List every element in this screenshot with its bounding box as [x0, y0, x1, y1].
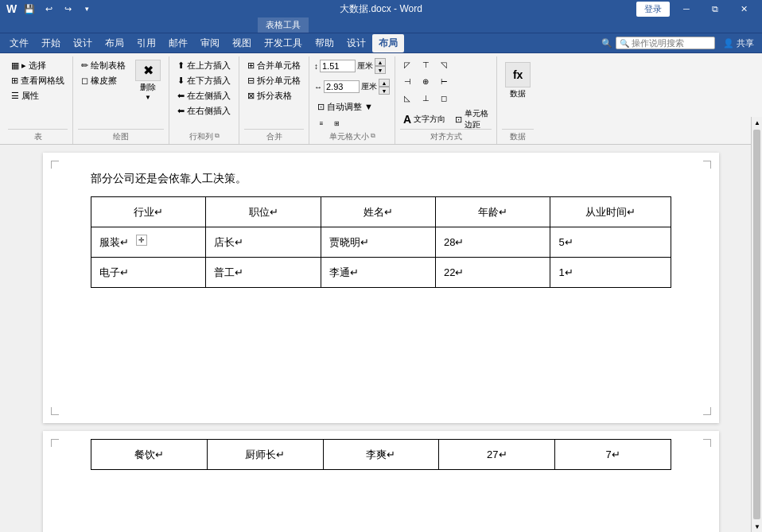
ribbon-search-box[interactable]: 🔍 — [616, 37, 715, 49]
row2-age[interactable]: 22↵ — [436, 258, 550, 288]
cell-width-down[interactable]: ▼ — [379, 87, 390, 95]
title-bar-right: 登录 ─ ⧉ ✕ — [636, 0, 756, 17]
customize-icon[interactable]: ▼ — [79, 1, 95, 17]
row2-position[interactable]: 普工↵ — [206, 258, 321, 288]
search-input[interactable] — [632, 38, 711, 48]
split-cells-button[interactable]: ⊟ 拆分单元格 — [244, 73, 304, 87]
page2-corner-tr — [703, 439, 711, 447]
insert-right-button[interactable]: ⬅ 在右侧插入 — [174, 103, 234, 118]
menu-table-layout[interactable]: 布局 — [372, 34, 404, 52]
row2-years[interactable]: 1↵ — [550, 258, 671, 288]
ribbon-group-data: fx 数据 数据 — [497, 56, 538, 144]
scroll-bar[interactable]: ▲ ▼ — [751, 117, 762, 532]
table-resize-handle[interactable] — [671, 244, 676, 260]
scroll-thumb[interactable] — [753, 130, 760, 519]
menu-review[interactable]: 审阅 — [194, 34, 226, 52]
share-button[interactable]: 👤 共享 — [718, 36, 759, 51]
align-br-button[interactable]: ◻ — [437, 91, 451, 104]
cell-height-down[interactable]: ▼ — [375, 66, 386, 74]
menu-mail[interactable]: 邮件 — [162, 34, 194, 52]
eraser-icon: ◻ — [81, 76, 88, 86]
row1-years[interactable]: 5↵ — [550, 227, 671, 258]
scroll-up-arrow[interactable]: ▲ — [752, 117, 762, 128]
cell-width-up[interactable]: ▲ — [379, 79, 390, 87]
delete-button[interactable]: ✖ 删除 ▼ — [132, 58, 164, 103]
align-bl-button[interactable]: ◺ — [400, 91, 414, 104]
document-title: 大数据.docx - Word — [340, 2, 422, 16]
merge-cells-button[interactable]: ⊞ 合并单元格 — [244, 58, 304, 72]
eraser-button[interactable]: ◻ 橡皮擦 — [78, 73, 129, 87]
row3-position[interactable]: 厨师长↵ — [207, 440, 323, 470]
ribbon-group-align: ◸ ⊤ ◹ ⊣ ⊕ ⊢ ◺ ⊥ ◻ A 文字方向 ⊡ — [395, 56, 497, 144]
distribute-rows-icon[interactable]: ≡ — [314, 117, 329, 130]
draw-table-button[interactable]: ✏ 绘制表格 — [78, 58, 129, 72]
group-draw-label: 绘图 — [78, 129, 164, 142]
row1-position[interactable]: 店长↵ — [206, 227, 321, 258]
align-ml-button[interactable]: ⊣ — [400, 75, 414, 87]
row3-industry[interactable]: 餐饮↵ — [91, 440, 208, 470]
cell-height-input[interactable] — [320, 60, 356, 72]
auto-fit-button[interactable]: ⊡ 自动调整 ▼ — [314, 99, 376, 114]
split-table-button[interactable]: ⊠ 拆分表格 — [244, 88, 304, 103]
close-button[interactable]: ✕ — [732, 0, 756, 17]
page-1: 部分公司还是会依靠人工决策。 ✛ 行业↵ 职位↵ 姓名↵ 年龄↵ 从业时间↵ 服… — [43, 153, 719, 423]
row1-age[interactable]: 28↵ — [436, 227, 550, 258]
properties-button[interactable]: ☰ 属性 — [8, 88, 68, 103]
row2-industry[interactable]: 电子↵ — [91, 258, 206, 288]
data-button[interactable]: fx 数据 — [502, 58, 534, 103]
table-move-handle[interactable]: ✛ — [136, 235, 147, 246]
row3-name[interactable]: 李爽↵ — [323, 440, 439, 470]
distribute-cols-icon[interactable]: ⊞ — [329, 117, 344, 130]
alignment-grid: ◸ ⊤ ◹ ⊣ ⊕ ⊢ ◺ ⊥ ◻ — [400, 58, 454, 107]
scroll-down-arrow[interactable]: ▼ — [752, 521, 762, 532]
login-button[interactable]: 登录 — [636, 2, 670, 17]
menu-file[interactable]: 文件 — [3, 34, 35, 52]
align-tr-button[interactable]: ◹ — [437, 58, 451, 71]
title-bar-left: W 💾 ↩ ↪ ▼ — [6, 1, 95, 17]
insert-left-button[interactable]: ⬅ 在左侧插入 — [174, 88, 234, 103]
row1-industry[interactable]: 服装↵ — [91, 227, 206, 258]
align-tc-button[interactable]: ⊤ — [418, 58, 433, 71]
cell-height-up[interactable]: ▲ — [375, 58, 386, 66]
insert-above-button[interactable]: ⬆ 在上方插入 — [174, 58, 234, 72]
menu-view[interactable]: 视图 — [226, 34, 258, 52]
row2-name[interactable]: 李通↵ — [321, 258, 435, 288]
insert-below-button[interactable]: ⬇ 在下方插入 — [174, 73, 234, 87]
menu-developer[interactable]: 开发工具 — [258, 34, 309, 52]
menu-home[interactable]: 开始 — [35, 34, 67, 52]
ribbon: ▦ ▸ 选择 ⊞ 查看网格线 ☰ 属性 表 — [0, 53, 762, 145]
view-gridlines-button[interactable]: ⊞ 查看网格线 — [8, 73, 68, 87]
align-tl-button[interactable]: ◸ — [400, 58, 414, 71]
menu-design[interactable]: 设计 — [67, 34, 99, 52]
delete-dropdown-icon: ▼ — [145, 94, 151, 101]
menu-reference[interactable]: 引用 — [130, 34, 162, 52]
ribbon-group-align-content: ◸ ⊤ ◹ ⊣ ⊕ ⊢ ◺ ⊥ ◻ A 文字方向 ⊡ — [400, 58, 492, 127]
row3-years[interactable]: 7↵ — [555, 440, 671, 470]
text-direction-button[interactable]: A 文字方向 — [400, 112, 449, 126]
row1-name[interactable]: 贾晓明↵ — [321, 227, 435, 258]
group-merge-label: 合并 — [244, 129, 304, 142]
cell-margin-button[interactable]: ⊡ 单元格边距 — [452, 112, 492, 126]
align-bc-button[interactable]: ⊥ — [418, 91, 433, 104]
cellsize-expand-icon[interactable]: ⧉ — [371, 132, 375, 140]
select-button[interactable]: ▦ ▸ 选择 — [8, 58, 68, 72]
align-mc-button[interactable]: ⊕ — [418, 75, 433, 87]
save-icon[interactable]: 💾 — [21, 1, 37, 17]
menu-layout[interactable]: 布局 — [99, 34, 130, 52]
restore-button[interactable]: ⧉ — [703, 0, 727, 17]
row3-age[interactable]: 27↵ — [439, 440, 555, 470]
cell-width-spinner: ▲ ▼ — [379, 79, 390, 95]
undo-icon[interactable]: ↩ — [41, 1, 56, 17]
data-icon: fx — [505, 62, 531, 87]
auto-fit-icon: ⊡ — [317, 102, 325, 112]
document-table-1: 行业↵ 职位↵ 姓名↵ 年龄↵ 从业时间↵ 服装↵ 店长↵ 贾晓明↵ 28↵ 5… — [91, 196, 671, 288]
rowcol-expand-icon[interactable]: ⧉ — [215, 132, 220, 140]
redo-icon[interactable]: ↪ — [60, 1, 76, 17]
menu-table-design[interactable]: 设计 — [340, 34, 372, 52]
menu-help[interactable]: 帮助 — [309, 34, 340, 52]
cell-height-icon: ↕ — [314, 62, 318, 71]
align-mr-button[interactable]: ⊢ — [437, 75, 451, 87]
insert-right-icon: ⬅ — [177, 106, 185, 116]
minimize-button[interactable]: ─ — [675, 0, 698, 17]
cell-width-input[interactable] — [324, 80, 360, 93]
